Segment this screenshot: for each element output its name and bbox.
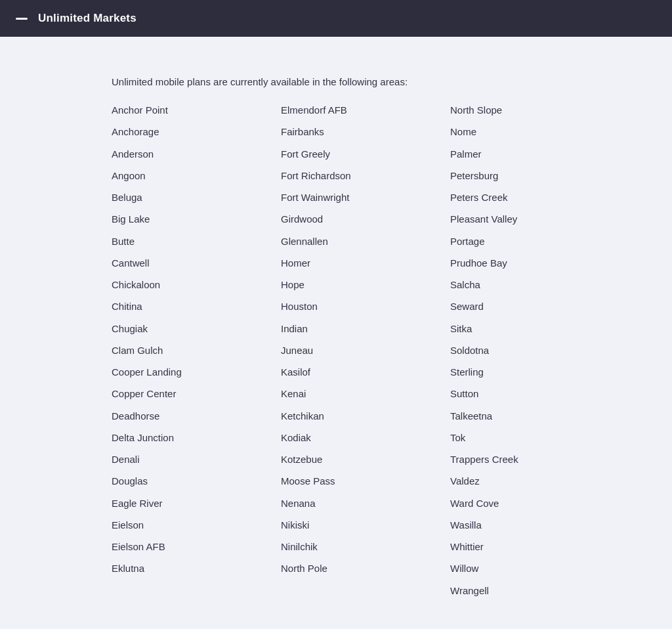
main-content: Unlimited mobile plans are currently ava… [0,37,672,629]
list-item: Palmer [450,143,620,165]
list-item: Houston [281,295,450,317]
list-item: Kasilof [281,361,450,383]
list-item: Homer [281,252,450,274]
list-item: Juneau [281,339,450,361]
list-item: Hope [281,274,450,295]
list-item: Cantwell [112,252,281,274]
list-item: Eagle River [112,492,281,514]
list-item: Ninilchik [281,536,450,557]
list-item: North Pole [281,557,450,579]
list-item: Peters Creek [450,186,620,208]
list-item: Tok [450,427,620,448]
market-column-3: North SlopeNomePalmerPetersburgPeters Cr… [450,99,620,601]
list-item: Ward Cove [450,492,620,514]
list-item: Kodiak [281,427,450,448]
menu-icon[interactable] [16,18,28,20]
list-item: Butte [112,230,281,252]
list-item: Ketchikan [281,405,450,427]
list-item: Delta Junction [112,427,281,448]
list-item: Girdwood [281,208,450,230]
list-item: Moose Pass [281,470,450,492]
list-item: Douglas [112,470,281,492]
list-item: Sterling [450,361,620,383]
list-item: Talkeetna [450,405,620,427]
list-item: Big Lake [112,208,281,230]
list-item: Wrangell [450,580,620,601]
list-item: Portage [450,230,620,252]
list-item: Salcha [450,274,620,295]
app-header: Unlimited Markets [0,0,672,37]
market-column-1: Anchor PointAnchorageAndersonAngoonBelug… [112,99,281,601]
list-item: Eklutna [112,557,281,579]
list-item: Copper Center [112,383,281,404]
list-item: Anderson [112,143,281,165]
list-item: Trappers Creek [450,448,620,470]
list-item: Eielson AFB [112,536,281,557]
list-item: Angoon [112,165,281,186]
list-item: Fort Greely [281,143,450,165]
markets-grid: Anchor PointAnchorageAndersonAngoonBelug… [112,99,620,601]
intro-text: Unlimited mobile plans are currently ava… [112,76,620,87]
list-item: Sitka [450,318,620,339]
list-item: Fort Richardson [281,165,450,186]
list-item: Wasilla [450,514,620,536]
list-item: Clam Gulch [112,339,281,361]
list-item: Glennallen [281,230,450,252]
list-item: Fairbanks [281,121,450,142]
list-item: Chitina [112,295,281,317]
list-item: Seward [450,295,620,317]
list-item: Kenai [281,383,450,404]
list-item: Petersburg [450,165,620,186]
list-item: Chugiak [112,318,281,339]
list-item: Nenana [281,492,450,514]
list-item: Denali [112,448,281,470]
market-column-2: Elmendorf AFBFairbanksFort GreelyFort Ri… [281,99,450,601]
list-item: Nome [450,121,620,142]
list-item: Pleasant Valley [450,208,620,230]
list-item: Whittier [450,536,620,557]
list-item: Fort Wainwright [281,186,450,208]
list-item: North Slope [450,99,620,121]
list-item: Willow [450,557,620,579]
list-item: Elmendorf AFB [281,99,450,121]
list-item: Anchor Point [112,99,281,121]
list-item: Kotzebue [281,448,450,470]
list-item: Anchorage [112,121,281,142]
list-item: Indian [281,318,450,339]
list-item: Soldotna [450,339,620,361]
list-item: Nikiski [281,514,450,536]
list-item: Chickaloon [112,274,281,295]
list-item: Prudhoe Bay [450,252,620,274]
page-title: Unlimited Markets [38,12,136,25]
list-item: Deadhorse [112,405,281,427]
list-item: Beluga [112,186,281,208]
list-item: Eielson [112,514,281,536]
list-item: Cooper Landing [112,361,281,383]
list-item: Sutton [450,383,620,404]
list-item: Valdez [450,470,620,492]
